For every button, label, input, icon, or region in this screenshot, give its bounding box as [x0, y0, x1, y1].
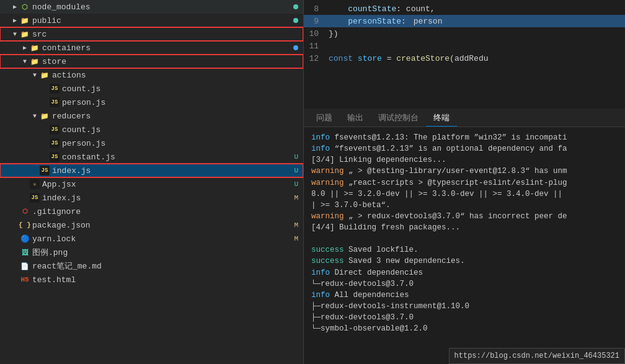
terminal-line-18: └─symbol-observable@1.2.0 [311, 323, 618, 334]
sidebar-item-person-js-2[interactable]: ▶ JS person.js [0, 136, 303, 150]
terminal-line-8: warning „ > redux-devtools@3.7.0“ has in… [311, 211, 618, 222]
terminal-line-2: info “fsevents@1.2.13” is an optional de… [311, 143, 618, 154]
line-number: 12 [309, 54, 329, 63]
yarn-file-icon: 🔵 [20, 234, 30, 244]
sidebar-item-label: test.html [32, 275, 303, 285]
badge-m: M [294, 235, 303, 242]
js-file-icon: JS [50, 138, 60, 148]
terminal-output: info fsevents@1.2.13: The platform ”win3… [304, 127, 625, 364]
status-dot [293, 4, 298, 9]
sidebar-item-app-jsx[interactable]: ▶ ⚛ App.jsx U [0, 177, 303, 191]
sidebar-item-public[interactable]: ▶ 📁 public [0, 14, 303, 27]
js-file-icon: JS [40, 166, 50, 175]
badge-m: M [294, 221, 303, 229]
md-file-icon: 📄 [20, 261, 30, 271]
sidebar-item-image-png[interactable]: ▶ 🖼 图例.png [0, 246, 303, 259]
sidebar-item-label: count.js [62, 84, 303, 94]
terminal-line-7: | >= 3.7.0-beta“. [311, 200, 618, 211]
tab-label: 输出 [347, 112, 363, 123]
terminal-line-11: success Saved lockfile. [311, 244, 618, 255]
sidebar-item-label: yarn.lock [32, 234, 294, 244]
sidebar-item-yarn-lock[interactable]: ▶ 🔵 yarn.lock M [0, 232, 303, 246]
terminal-line-10 [311, 233, 618, 244]
json-file-icon: { } [20, 220, 30, 230]
sidebar-item-label: src [32, 30, 303, 39]
folder-icon: 📁 [40, 111, 50, 121]
sidebar-item-reducers[interactable]: ▼ 📁 reducers [0, 109, 303, 123]
sidebar-item-label: .gitignore [32, 207, 303, 216]
folder-icon: 📁 [40, 70, 50, 80]
status-dot [293, 18, 298, 23]
terminal-line-4: warning „ > @testing-library/user-event@… [311, 166, 618, 177]
terminal-line-5: warning „react-scripts > @typescript-esl… [311, 177, 618, 189]
code-editor: 8 countState: count, 9 personState: pers… [304, 0, 625, 109]
tab-debug-console[interactable]: 调试控制台 [371, 109, 426, 127]
main-panel: 8 countState: count, 9 personState: pers… [304, 0, 625, 364]
line-number: 11 [309, 42, 329, 51]
sidebar-item-containers[interactable]: ▶ 📁 containers [0, 41, 303, 55]
line-content: }) [329, 29, 339, 38]
sidebar-item-label: public [32, 16, 293, 25]
sidebar-item-constant-js[interactable]: ▶ JS constant.js U [0, 150, 303, 164]
badge-u: U [294, 167, 303, 174]
code-line-8: 8 countState: count, [304, 2, 625, 15]
sidebar-item-label: react笔记_me.md [32, 260, 303, 272]
line-content: countState: count, [329, 4, 435, 14]
terminal-line-9: [4/4] Building fresh packages... [311, 222, 618, 233]
sidebar-item-label: store [42, 57, 303, 66]
chevron-right-icon: ▶ [10, 16, 20, 25]
sidebar-item-label: person.js [62, 139, 303, 148]
line-content: const store = createStore(addRedu [329, 54, 489, 63]
sidebar-item-test-html[interactable]: ▶ H5 test.html [0, 273, 303, 286]
terminal-line-16: ├─redux-devtools-instrument@1.10.0 [311, 301, 618, 312]
git-file-icon: ⬡ [20, 206, 30, 216]
sidebar-item-react-md[interactable]: ▶ 📄 react笔记_me.md [0, 259, 303, 273]
badge-u: U [294, 180, 303, 188]
sidebar-item-label: constant.js [62, 153, 294, 162]
sidebar-item-count-js-1[interactable]: ▶ JS count.js [0, 82, 303, 95]
sidebar-item-label: person.js [62, 98, 303, 107]
folder-icon: 📁 [30, 43, 40, 53]
line-number: 10 [309, 29, 329, 38]
sidebar-item-label: index.js [42, 193, 294, 203]
code-line-11: 11 [304, 40, 625, 52]
sidebar-item-count-js-2[interactable]: ▶ JS count.js [0, 123, 303, 136]
sidebar-item-src[interactable]: ▼ 📁 src ← [0, 27, 303, 41]
js-file-icon: JS [50, 97, 60, 107]
sidebar-item-index-js-store[interactable]: ▶ JS index.js U ← [0, 164, 303, 177]
file-explorer: ▶ ⬡ node_modules ▶ 📁 public ▼ 📁 src ← ▶ … [0, 0, 304, 364]
sidebar-item-label: 图例.png [32, 247, 303, 258]
code-lines: 8 countState: count, 9 personState: pers… [304, 0, 625, 67]
sidebar-item-node-modules[interactable]: ▶ ⬡ node_modules [0, 0, 303, 14]
tooltip-text: https://blog.csdn.net/weixin_46435321 [454, 352, 619, 360]
sidebar-item-actions[interactable]: ▼ 📁 actions [0, 68, 303, 82]
sidebar-item-label: containers [42, 43, 293, 53]
tab-output[interactable]: 输出 [340, 109, 371, 127]
sidebar-item-gitignore[interactable]: ▶ ⬡ .gitignore [0, 205, 303, 218]
chevron-right-icon: ▶ [20, 43, 30, 53]
terminal-line-17: ├─redux-devtools@3.7.0 [311, 312, 618, 323]
status-dot [293, 45, 298, 50]
sidebar-item-label: count.js [62, 125, 303, 135]
terminal-line-13: info Direct dependencies [311, 267, 618, 278]
line-number: 8 [309, 4, 329, 14]
chevron-down-icon: ▼ [30, 70, 40, 80]
tab-label: 调试控制台 [378, 112, 419, 123]
terminal-line-14: └─redux-devtools@3.7.0 [311, 278, 618, 290]
terminal-line-1: info fsevents@1.2.13: The platform ”win3… [311, 132, 618, 143]
sidebar-item-store[interactable]: ▼ 📁 store ← [0, 55, 303, 68]
sidebar-item-index-js-src[interactable]: ▶ JS index.js M [0, 191, 303, 205]
badge-u: U [294, 153, 303, 161]
js-file-icon: JS [50, 125, 60, 135]
sidebar-item-package-json[interactable]: ▶ { } package.json M [0, 218, 303, 232]
code-line-12: 12 const store = createStore(addRedu [304, 52, 625, 64]
sidebar-item-label: App.jsx [42, 180, 294, 189]
terminal-line-12: success Saved 3 new dependencies. [311, 255, 618, 267]
sidebar-item-person-js-1[interactable]: ▶ JS person.js [0, 95, 303, 109]
folder-icon: ⬡ [20, 2, 30, 12]
tab-label: 终端 [433, 112, 450, 123]
tab-problems[interactable]: 问题 [309, 109, 340, 127]
tooltip-url: https://blog.csdn.net/weixin_46435321 [449, 348, 625, 364]
tab-terminal[interactable]: 终端 [426, 109, 457, 127]
jsx-file-icon: ⚛ [30, 179, 40, 189]
